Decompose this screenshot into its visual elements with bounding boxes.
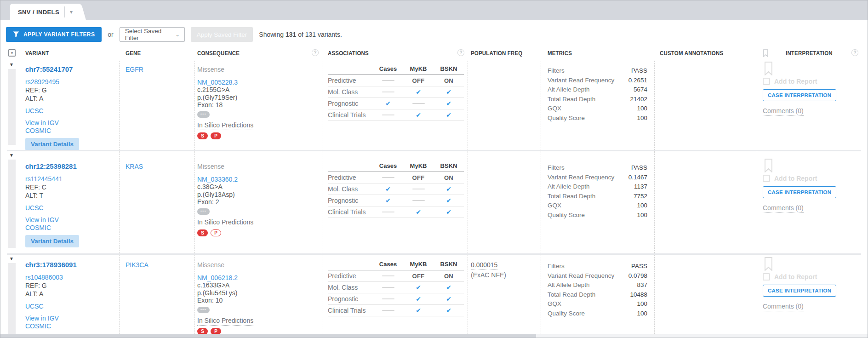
table-body: ▼ chr7:55241707 rs28929495 REF: G ALT: A…	[0, 61, 868, 335]
apply-variant-filters-button[interactable]: APPLY VARIANT FILTERS	[6, 27, 102, 42]
tab-snv-indels[interactable]: SNV / INDELS ▾	[10, 4, 78, 20]
variant-position-link[interactable]: chr7:55241707	[25, 65, 119, 74]
assoc-row-clinical-trials: Clinical Trials ✔ ✔	[328, 109, 464, 120]
add-to-report-checkbox[interactable]	[763, 273, 770, 281]
column-header-interpretation[interactable]: INTERPRETATION ?	[757, 49, 862, 61]
assoc-header-bskn: BSKN	[434, 259, 464, 270]
ucsc-link[interactable]: UCSC	[25, 107, 119, 115]
select-all-checkbox[interactable]: ▾	[8, 49, 16, 57]
add-to-report-control: Add to Report	[763, 78, 861, 85]
metric-value: 837	[637, 281, 647, 290]
assoc-row-predictive: Predictive OFF ON	[328, 270, 464, 281]
variant-ref: REF: C	[25, 183, 119, 191]
in-silico-predictions-link[interactable]: In Silico Predictions	[197, 121, 253, 130]
variant-details-button[interactable]: Variant Details	[25, 138, 79, 150]
tab-caret-down-icon[interactable]: ▾	[70, 9, 77, 15]
view-in-igv-link[interactable]: View in IGV	[25, 315, 119, 322]
variant-details-button[interactable]: Variant Details	[25, 235, 79, 247]
row-selection-strip[interactable]	[8, 160, 16, 248]
column-header-variant[interactable]: VARIANT	[23, 49, 120, 61]
horizontal-scrollbar-thumb[interactable]	[0, 334, 536, 338]
variant-position-link[interactable]: chr12:25398281	[25, 162, 119, 171]
more-transcripts-icon[interactable]: •••	[197, 111, 210, 118]
column-header-custom-annotations[interactable]: CUSTOM ANNOTATIONS	[655, 49, 757, 61]
column-header-associations[interactable]: ASSOCIATIONS?	[322, 49, 468, 61]
more-transcripts-icon[interactable]: •••	[197, 208, 210, 215]
add-to-report-checkbox[interactable]	[763, 175, 770, 182]
row-expander-icon[interactable]: ▼	[9, 257, 14, 261]
sift-badge[interactable]: S	[197, 229, 208, 236]
gene-link[interactable]: KRAS	[126, 163, 143, 170]
in-silico-predictions-link[interactable]: In Silico Predictions	[197, 317, 253, 326]
row-expander-icon[interactable]: ▼	[9, 63, 14, 67]
gene-link[interactable]: EGFR	[126, 66, 143, 73]
variant-ref: REF: G	[25, 282, 119, 290]
transcript-link[interactable]: NM_033360.2	[197, 176, 322, 183]
comments-link[interactable]: Comments (0)	[763, 204, 804, 213]
variant-position-link[interactable]: chr3:178936091	[25, 261, 119, 269]
variant-rsid-link[interactable]: rs104886003	[25, 274, 119, 281]
header-bookmark-icon	[763, 49, 769, 57]
case-interpretation-button[interactable]: CASE INTERPRETATION	[763, 285, 836, 297]
column-header-consequence[interactable]: CONSEQUENCE?	[195, 49, 322, 61]
column-header-population-freq[interactable]: POPULATION FREQ	[468, 49, 541, 61]
polyphen-badge[interactable]: P	[211, 132, 221, 139]
view-in-igv-link[interactable]: View in IGV	[25, 216, 119, 224]
sift-badge[interactable]: S	[197, 132, 208, 139]
assoc-mark: OFF	[412, 174, 425, 181]
saved-filter-select[interactable]: Select Saved Filter ⌄	[120, 27, 185, 42]
row-selection-strip[interactable]	[8, 263, 16, 335]
population-freq-link[interactable]: 0.000015	[471, 262, 497, 269]
assoc-mark	[382, 115, 394, 115]
associations-table: Cases MyKB BSKN Predictive OFF ON Mol. C…	[328, 160, 464, 218]
case-interpretation-button[interactable]: CASE INTERPRETATION	[763, 89, 836, 101]
variant-rsid-link[interactable]: rs112445441	[25, 175, 119, 183]
comments-link[interactable]: Comments (0)	[763, 303, 804, 311]
transcript-link[interactable]: NM_006218.2	[197, 274, 322, 281]
table-header-row: ▾ VARIANT GENE CONSEQUENCE? ASSOCIATIONS…	[7, 49, 861, 61]
assoc-mark: ✔	[416, 307, 421, 314]
case-interpretation-button[interactable]: CASE INTERPRETATION	[763, 186, 836, 198]
column-header-gene[interactable]: GENE	[120, 49, 195, 61]
interpretation-help-icon[interactable]: ?	[851, 49, 858, 56]
tab-divider	[64, 6, 65, 17]
metric-label: Total Read Depth	[548, 290, 595, 300]
associations-help-icon[interactable]: ?	[457, 49, 464, 56]
transcript-link[interactable]: NM_005228.3	[197, 79, 322, 86]
apply-saved-filter-button[interactable]: Apply Saved Filter	[191, 27, 253, 42]
row-gutter: ▼	[7, 151, 23, 253]
metric-label: Variant Read Frequency	[548, 76, 614, 86]
row-selection-strip[interactable]	[8, 69, 16, 145]
assoc-row-predictive: Predictive OFF ON	[328, 172, 464, 183]
polyphen-badge[interactable]: P	[211, 229, 221, 236]
exon-number: Exon: 10	[197, 297, 322, 304]
cosmic-link[interactable]: COSMIC	[25, 322, 119, 330]
consequence-help-icon[interactable]: ?	[312, 49, 319, 56]
in-silico-predictions-link[interactable]: In Silico Predictions	[197, 218, 253, 227]
cosmic-link[interactable]: COSMIC	[25, 224, 119, 232]
bookmark-icon[interactable]	[764, 159, 773, 172]
ucsc-link[interactable]: UCSC	[25, 303, 119, 310]
population-freq-cell: 0.000015 (ExAC NFE)	[468, 255, 541, 335]
custom-annotations-cell	[655, 255, 757, 335]
assoc-mark: ✔	[416, 88, 421, 96]
row-expander-icon[interactable]: ▼	[9, 153, 14, 158]
assoc-mark: ON	[444, 77, 453, 84]
assoc-mark: ✔	[385, 100, 391, 107]
column-header-metrics[interactable]: METRICS	[541, 49, 655, 61]
ucsc-link[interactable]: UCSC	[25, 204, 119, 212]
assoc-mark: ✔	[416, 111, 421, 119]
more-transcripts-icon[interactable]: •••	[197, 307, 210, 313]
bookmark-icon[interactable]	[764, 62, 773, 75]
cosmic-link[interactable]: COSMIC	[25, 127, 119, 135]
view-in-igv-link[interactable]: View in IGV	[25, 119, 119, 127]
metric-value: 100	[637, 309, 647, 319]
horizontal-scrollbar[interactable]	[0, 334, 868, 338]
variant-rsid-link[interactable]: rs28929495	[25, 78, 119, 86]
protein-change: p.(Gly13Asp)	[197, 191, 322, 198]
comments-link[interactable]: Comments (0)	[763, 107, 804, 116]
add-to-report-checkbox[interactable]	[763, 78, 770, 85]
bookmark-icon[interactable]	[764, 257, 773, 271]
assoc-mark: ✔	[446, 111, 451, 119]
gene-link[interactable]: PIK3CA	[126, 261, 148, 269]
